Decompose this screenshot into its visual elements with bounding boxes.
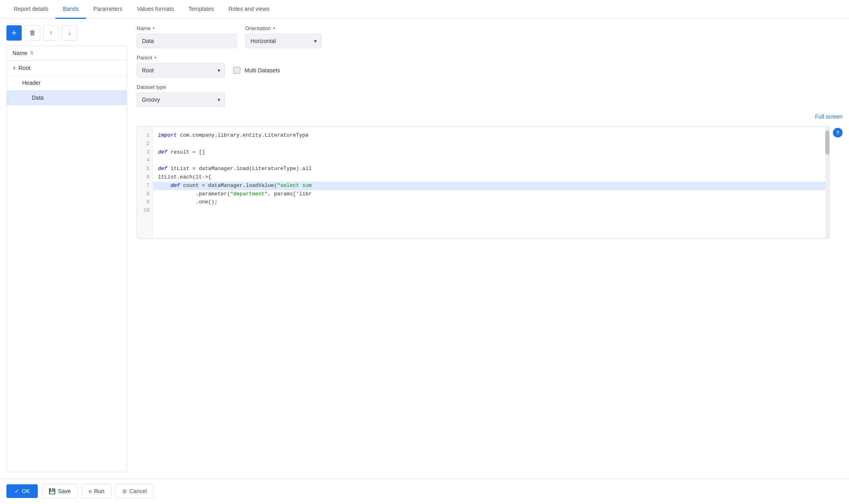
arrow-up-icon: ↑ [49, 29, 53, 37]
line-numbers: 12345678910 [137, 127, 153, 238]
dataset-type-row: Dataset type Groovy SQL JPQL Null [137, 84, 843, 107]
tree-row-label: Header [22, 80, 41, 86]
code-line: def result = [] [158, 148, 820, 157]
code-editor-wrapper: 12345678910 import com.company.library.e… [137, 126, 843, 472]
code-content[interactable]: import com.company.library.entity.Litera… [153, 127, 825, 238]
tree-header: Name [7, 46, 127, 61]
ok-label: OK [22, 488, 30, 494]
dataset-type-group: Dataset type Groovy SQL JPQL Null [137, 84, 225, 107]
tab-values-formats[interactable]: Values formats [129, 0, 181, 19]
right-panel: Name • Orientation • Horizontal Vertical [137, 25, 843, 472]
name-orientation-row: Name • Orientation • Horizontal Vertical [137, 25, 843, 48]
parent-label: Parent • [137, 55, 225, 61]
orientation-required: • [273, 25, 275, 31]
tree-row-label: Root [18, 65, 31, 71]
chevron-down-icon[interactable]: ∨ [12, 65, 16, 71]
tabs-bar: Report detailsBandsParametersValues form… [0, 0, 849, 19]
code-editor[interactable]: 12345678910 import com.company.library.e… [137, 126, 830, 239]
run-icon: » [88, 488, 92, 494]
name-input[interactable] [137, 34, 237, 48]
line-number: 7 [140, 182, 150, 190]
tab-parameters[interactable]: Parameters [86, 0, 129, 19]
orientation-select[interactable]: Horizontal Vertical [245, 34, 322, 48]
move-down-button[interactable]: ↓ [62, 25, 77, 41]
code-line: def ltList = dataManager.load(Literature… [158, 165, 820, 173]
code-line: .parameter("department", params['libr [158, 190, 820, 199]
bottom-bar: ✓ OK 💾 Save » Run ⊘ Cancel [0, 479, 849, 503]
dataset-type-label: Dataset type [137, 84, 225, 90]
scrollbar-thumb[interactable] [825, 131, 829, 155]
tab-templates[interactable]: Templates [181, 0, 221, 19]
line-number: 9 [140, 198, 150, 207]
save-button[interactable]: 💾 Save [42, 484, 78, 498]
orientation-select-wrapper: Horizontal Vertical [245, 34, 322, 48]
multi-datasets-group: Multi Datasets [233, 55, 280, 74]
tree-body: ∨RootHeaderData [7, 61, 127, 105]
code-line: def count = dataManager.loadValue("selec… [153, 182, 825, 190]
multi-datasets-checkbox[interactable] [233, 67, 240, 74]
help-icon[interactable]: ? [833, 128, 843, 137]
parent-select-wrapper: Root None [137, 63, 225, 78]
parent-select[interactable]: Root None [137, 63, 225, 78]
code-line: import com.company.library.entity.Litera… [158, 131, 820, 140]
sort-icon[interactable] [30, 50, 34, 56]
orientation-group: Orientation • Horizontal Vertical [245, 25, 322, 48]
tree-row-label: Data [32, 94, 44, 101]
line-number: 6 [140, 173, 150, 182]
name-group: Name • [137, 25, 237, 48]
toolbar: + 🗑 ↑ ↓ [6, 25, 127, 41]
orientation-label: Orientation • [245, 25, 322, 31]
parent-group: Parent • Root None [137, 55, 225, 78]
dataset-type-select[interactable]: Groovy SQL JPQL Null [137, 92, 225, 107]
ok-icon: ✓ [14, 488, 19, 494]
line-number: 8 [140, 190, 150, 199]
line-number: 5 [140, 165, 150, 173]
tab-roles-and-views[interactable]: Roles and views [221, 0, 277, 19]
tree-row[interactable]: Data [7, 90, 127, 105]
parent-row: Parent • Root None Multi Datasets [137, 55, 843, 78]
delete-icon: 🗑 [29, 29, 36, 37]
save-label: Save [58, 488, 71, 494]
arrow-down-icon: ↓ [68, 29, 71, 37]
code-line: ltList.each(lt->{ [158, 173, 820, 182]
dataset-select-wrapper: Groovy SQL JPQL Null [137, 92, 225, 107]
move-up-button[interactable]: ↑ [43, 25, 59, 41]
code-line: .one(); [158, 198, 820, 207]
line-number: 10 [140, 207, 150, 215]
run-label: Run [94, 488, 105, 494]
code-line [158, 140, 820, 148]
parent-required: • [154, 55, 156, 61]
line-number: 4 [140, 156, 150, 165]
code-line [158, 207, 820, 215]
name-column-header: Name [12, 50, 27, 56]
fullscreen-container: Full screen [137, 113, 843, 120]
cancel-label: Cancel [129, 488, 147, 494]
line-number: 1 [140, 131, 150, 140]
save-icon: 💾 [49, 488, 55, 494]
name-label: Name • [137, 25, 237, 31]
name-required: • [153, 25, 155, 31]
line-number: 2 [140, 140, 150, 148]
tree-table: Name ∨RootHeaderData [6, 45, 127, 472]
add-button[interactable]: + [6, 25, 22, 41]
left-panel: + 🗑 ↑ ↓ Name ∨RootHeaderData [6, 25, 127, 472]
run-button[interactable]: » Run [82, 484, 111, 498]
tree-row[interactable]: ∨Root [7, 61, 127, 76]
tab-bands[interactable]: Bands [55, 0, 86, 19]
line-number: 3 [140, 148, 150, 157]
ok-button[interactable]: ✓ OK [6, 484, 38, 498]
fullscreen-link[interactable]: Full screen [137, 113, 843, 120]
multi-datasets-label: Multi Datasets [244, 67, 280, 74]
tree-row[interactable]: Header [7, 76, 127, 90]
code-line [158, 156, 820, 165]
delete-button[interactable]: 🗑 [25, 25, 40, 41]
code-scrollbar[interactable] [825, 127, 829, 238]
multi-datasets-row: Multi Datasets [233, 67, 280, 74]
main-content: + 🗑 ↑ ↓ Name ∨RootHeaderData [0, 19, 849, 479]
cancel-icon: ⊘ [122, 488, 127, 494]
cancel-button[interactable]: ⊘ Cancel [115, 484, 154, 498]
tab-report-details[interactable]: Report details [6, 0, 55, 19]
